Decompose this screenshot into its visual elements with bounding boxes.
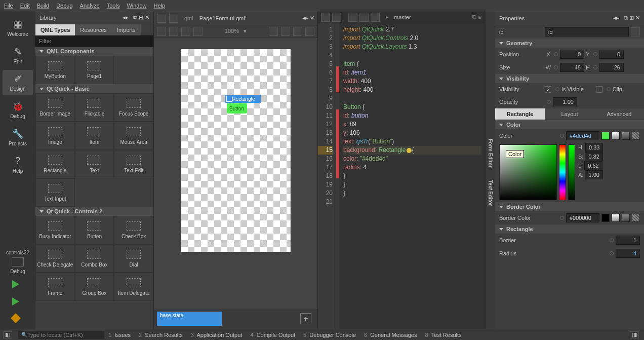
pos-y-field[interactable]: 0 bbox=[599, 50, 624, 59]
output-test-results[interactable]: 8 Test Results bbox=[425, 332, 462, 338]
component-text-input[interactable]: Text Input bbox=[35, 178, 75, 207]
form-tool[interactable] bbox=[269, 27, 278, 36]
run-button[interactable] bbox=[12, 280, 23, 291]
color-swatch[interactable] bbox=[601, 132, 610, 140]
mode-debug[interactable]: 🐞Debug bbox=[3, 97, 33, 123]
vcs-branch[interactable]: master bbox=[394, 14, 411, 20]
paste-icon[interactable] bbox=[371, 13, 380, 22]
component-dial[interactable]: Dial bbox=[114, 244, 153, 273]
locator-input[interactable]: Type to locate (Ctrl+K) bbox=[18, 331, 104, 339]
component-busy-indicator[interactable]: Busy Indicator bbox=[35, 216, 75, 244]
s-field[interactable]: 0.82 bbox=[585, 152, 602, 161]
proptab-rectangle[interactable]: Rectangle bbox=[495, 108, 545, 120]
component-focus-scope[interactable]: Focus Scope bbox=[114, 93, 153, 122]
form-tool[interactable] bbox=[281, 27, 290, 36]
component-rectangle[interactable]: Rectangle bbox=[35, 150, 75, 178]
none-mode-icon[interactable] bbox=[632, 132, 640, 140]
menu-debug[interactable]: Debug bbox=[56, 3, 72, 9]
component-check-delegate[interactable]: Check Delegate bbox=[35, 244, 75, 273]
component-button[interactable]: Button bbox=[75, 216, 114, 244]
menu-edit[interactable]: Edit bbox=[20, 3, 30, 9]
back-icon[interactable] bbox=[157, 14, 166, 23]
selection-overlay[interactable]: Rectangle bbox=[225, 95, 261, 103]
l-field[interactable]: 0.62 bbox=[584, 161, 602, 170]
toggle-sidebar-icon[interactable]: ◧ bbox=[3, 331, 12, 338]
tab-text-editor[interactable]: Text Editor bbox=[488, 180, 493, 206]
h-field[interactable]: 0.33 bbox=[585, 143, 603, 152]
gradient-mode-icon[interactable] bbox=[622, 132, 630, 140]
menu-analyze[interactable]: Analyze bbox=[80, 3, 100, 9]
component-text-edit[interactable]: Text Edit bbox=[114, 150, 153, 178]
form-tool[interactable] bbox=[305, 27, 314, 36]
button-preview[interactable]: Button bbox=[227, 103, 247, 114]
menu-help[interactable]: Help bbox=[154, 3, 166, 9]
size-h-field[interactable]: 26 bbox=[599, 63, 624, 72]
component-page1[interactable]: Page1 bbox=[75, 56, 114, 84]
component-group-box[interactable]: Group Box bbox=[75, 273, 114, 301]
section-header[interactable]: Qt Quick - Controls 2 bbox=[35, 207, 153, 216]
cut-icon[interactable] bbox=[348, 13, 357, 22]
form-tool[interactable] bbox=[193, 27, 203, 36]
build-button[interactable] bbox=[12, 315, 23, 326]
component-image[interactable]: Image bbox=[35, 122, 75, 150]
proptab-advanced[interactable]: Advanced bbox=[594, 108, 644, 120]
lightbulb-icon[interactable] bbox=[407, 148, 412, 153]
toggle-right-icon[interactable]: ◨ bbox=[630, 331, 639, 338]
border-swatch[interactable] bbox=[601, 214, 610, 222]
border-width-field[interactable]: 1 bbox=[616, 236, 640, 245]
component-border-image[interactable]: Border Image bbox=[35, 93, 75, 122]
component-flickable[interactable]: Flickable bbox=[75, 93, 114, 122]
component-frame[interactable]: Frame bbox=[35, 273, 75, 301]
pos-x-field[interactable]: 0 bbox=[560, 50, 584, 59]
menu-window[interactable]: Window bbox=[127, 3, 146, 9]
kit-selector[interactable]: controls22Debug bbox=[3, 250, 33, 274]
libtab-resources[interactable]: Resources bbox=[75, 24, 112, 35]
output-debugger-console[interactable]: 5 Debugger Console bbox=[303, 332, 356, 338]
mode-design[interactable]: ✐Design bbox=[3, 70, 33, 95]
copy-icon[interactable] bbox=[359, 13, 369, 22]
component-text[interactable]: Text bbox=[75, 150, 114, 178]
opacity-field[interactable]: 1.00 bbox=[553, 97, 577, 106]
section-header[interactable]: QML Components bbox=[35, 47, 153, 56]
line-gutter[interactable]: 123456789101112131415161718192021 bbox=[318, 23, 336, 329]
output-compile-output[interactable]: 4 Compile Output bbox=[250, 332, 295, 338]
hue-slider[interactable] bbox=[559, 144, 566, 200]
component-mouse-area[interactable]: Mouse Area bbox=[114, 122, 153, 150]
form-tool[interactable] bbox=[181, 27, 190, 36]
alpha-slider[interactable] bbox=[568, 144, 575, 200]
section-header[interactable]: Qt Quick - Basic bbox=[35, 84, 153, 93]
forward-icon[interactable] bbox=[169, 14, 178, 23]
component-combo-box[interactable]: Combo Box bbox=[75, 244, 114, 273]
mode-edit[interactable]: ✎Edit bbox=[3, 43, 33, 68]
border-color-field[interactable]: #000000 bbox=[566, 213, 599, 222]
run-debug-button[interactable] bbox=[12, 297, 23, 309]
size-w-field[interactable]: 48 bbox=[560, 63, 584, 72]
export-icon[interactable] bbox=[631, 27, 640, 36]
is-visible-checkbox[interactable] bbox=[545, 86, 551, 93]
radius-field[interactable]: 4 bbox=[616, 249, 640, 258]
a-field[interactable]: 1.00 bbox=[585, 170, 602, 179]
menu-tools[interactable]: Tools bbox=[107, 3, 120, 9]
menu-file[interactable]: File bbox=[4, 3, 13, 9]
tab-form-editor[interactable]: Form Editor bbox=[488, 139, 493, 168]
code-area[interactable]: import QtQuick 2.7import QtQuick.Control… bbox=[339, 23, 485, 329]
form-tool[interactable] bbox=[157, 27, 166, 36]
form-tool[interactable] bbox=[293, 27, 302, 36]
solid-mode-icon[interactable] bbox=[612, 132, 620, 140]
proptab-layout[interactable]: Layout bbox=[545, 108, 594, 120]
output-general-messages[interactable]: 6 General Messages bbox=[364, 332, 417, 338]
form-tool[interactable] bbox=[169, 27, 178, 36]
component-item[interactable]: Item bbox=[75, 122, 114, 150]
output-search-results[interactable]: 2 Search Results bbox=[139, 332, 183, 338]
library-filter[interactable]: Filter bbox=[35, 35, 153, 47]
output-issues[interactable]: 1 Issues bbox=[108, 332, 131, 338]
mode-welcome[interactable]: ▦Welcome bbox=[3, 15, 33, 41]
color-picker[interactable]: Color bbox=[499, 144, 557, 200]
undo-icon[interactable] bbox=[321, 13, 330, 22]
mode-help[interactable]: ?Help bbox=[3, 152, 33, 177]
redo-icon[interactable] bbox=[332, 13, 341, 22]
clip-checkbox[interactable] bbox=[596, 86, 602, 93]
open-file[interactable]: Page1Form.ui.qml* bbox=[199, 15, 247, 21]
component-check-box[interactable]: Check Box bbox=[114, 216, 153, 244]
menu-build[interactable]: Build bbox=[37, 3, 49, 9]
